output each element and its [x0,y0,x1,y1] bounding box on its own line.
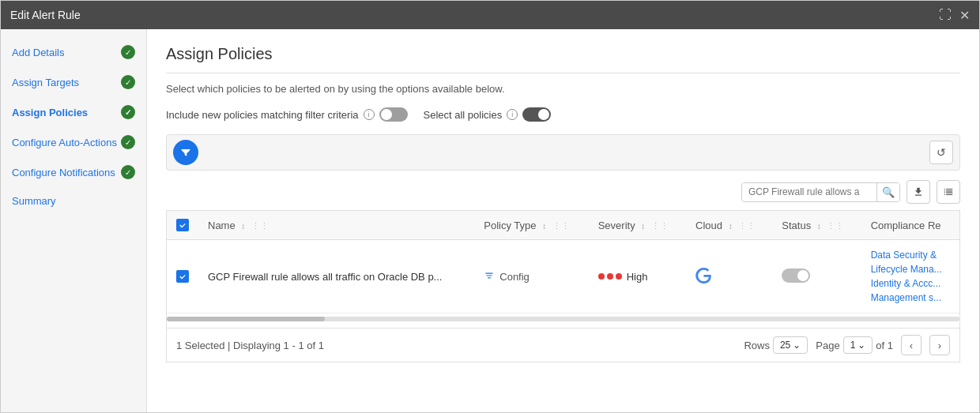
drag-policy-type-icon: ⋮⋮ [552,221,570,231]
columns-button[interactable] [937,180,960,204]
sidebar-item-configure-auto-actions[interactable]: Configure Auto-Actions ✓ [1,127,146,157]
filter-icon [179,146,192,159]
compliance-item-1: Data Security & [871,248,950,262]
description: Select which policies to be alerted on b… [166,83,960,95]
row-name-cell: GCP Firewall rule allows all traffic on … [198,240,474,314]
row-status-cell[interactable] [772,240,861,314]
page-title: Assign Policies [166,45,960,73]
row-policy-type-cell: Config [474,240,588,314]
row-compliance-cell: Data Security & Lifecycle Mana... Identi… [861,240,959,314]
policies-table: Name ↕ ⋮⋮ Policy Type ↕ ⋮⋮ Severity [167,211,959,314]
select-all-info-icon[interactable]: i [507,109,518,120]
col-header-severity: Severity ↕ ⋮⋮ [589,211,686,240]
col-header-policy-type: Policy Type ↕ ⋮⋮ [474,211,588,240]
check-icon: ✓ [121,135,135,149]
status-toggle[interactable] [782,268,810,283]
main-content: Assign Policies Select which policies to… [147,29,979,412]
row-checkbox-cell[interactable] [167,240,198,314]
pagination-controls: Rows 25 ⌄ Page 1 ⌄ of [744,335,950,355]
sidebar-item-label: Configure Auto-Actions [12,137,117,148]
chevron-down-icon: ⌄ [793,340,801,351]
config-icon [484,270,495,283]
include-new-policies-toggle[interactable] [379,107,408,122]
drag-severity-icon: ⋮⋮ [651,221,669,231]
sort-status-icon[interactable]: ↕ [817,222,821,231]
select-all-label: Select all policies [424,109,503,121]
select-all-policies-group: Select all policies i [424,107,552,122]
dot-1 [598,273,605,280]
google-cloud-icon [695,268,711,283]
next-page-button[interactable]: › [929,335,950,355]
sort-severity-icon[interactable]: ↕ [641,222,645,231]
row-checkbox[interactable] [176,270,189,283]
check-icon: ✓ [121,45,135,59]
sort-name-icon[interactable]: ↕ [241,222,245,231]
search-input[interactable] [742,183,876,201]
sidebar-item-configure-notifications[interactable]: Configure Notifications ✓ [1,157,146,187]
check-icon: ✓ [121,105,135,119]
horizontal-scrollbar[interactable] [167,317,959,321]
sidebar-item-add-details[interactable]: Add Details ✓ [1,37,146,67]
dot-3 [616,273,622,280]
prev-page-button[interactable]: ‹ [901,335,922,355]
scrollbar-thumb[interactable] [167,317,325,321]
table-wrap: Name ↕ ⋮⋮ Policy Type ↕ ⋮⋮ Severity [166,210,960,362]
search-icon[interactable]: 🔍 [876,183,899,201]
col-header-cloud: Cloud ↕ ⋮⋮ [686,211,772,240]
filter-button[interactable] [173,140,198,165]
sidebar-item-label: Assign Targets [12,77,79,88]
sort-policy-type-icon[interactable]: ↕ [542,222,546,231]
header-checkbox[interactable] [176,219,189,231]
select-all-checkbox-header[interactable] [167,211,198,240]
table-row: GCP Firewall rule allows all traffic on … [167,240,959,314]
col-header-compliance: Compliance Re [861,211,959,240]
sort-cloud-icon[interactable]: ↕ [729,222,733,231]
modal: Edit Alert Rule ⛶ ✕ Add Details ✓ Assign… [0,0,980,413]
include-new-policies-group: Include new policies matching filter cri… [166,107,408,122]
compliance-item-2: Lifecycle Mana... [871,262,950,276]
page-label: Page [816,340,839,351]
select-all-toggle[interactable] [522,107,551,122]
sidebar-item-assign-targets[interactable]: Assign Targets ✓ [1,67,146,97]
row-severity-cell: High [589,240,686,314]
page-select: Page 1 ⌄ of 1 [816,336,893,354]
check-icon: ✓ [121,75,135,89]
drag-name-icon: ⋮⋮ [251,221,269,231]
sidebar-item-label: Add Details [12,47,64,58]
severity-content: High [598,271,677,283]
sidebar-item-label: Configure Notifications [12,167,115,178]
reset-button[interactable]: ↺ [929,141,953,164]
sidebar-item-label: Assign Policies [12,107,88,118]
drag-cloud-icon: ⋮⋮ [738,221,756,231]
close-icon[interactable]: ✕ [959,8,970,23]
modal-title: Edit Alert Rule [10,9,81,21]
selected-info: 1 Selected | Displaying 1 - 1 of 1 [176,340,324,351]
page-select-box[interactable]: 1 ⌄ [843,336,873,354]
sidebar-item-summary[interactable]: Summary [1,187,146,215]
download-button[interactable] [906,180,930,204]
compliance-item-4[interactable]: Management s... [871,292,941,303]
search-input-wrap: 🔍 [741,182,900,202]
severity-dots [598,273,622,280]
col-header-status: Status ↕ ⋮⋮ [772,211,861,240]
policy-type-label: Config [499,271,530,283]
search-bar: 🔍 [166,180,960,204]
policy-type-content: Config [484,270,579,283]
table-footer: 1 Selected | Displaying 1 - 1 of 1 Rows … [167,328,959,362]
modal-body: Add Details ✓ Assign Targets ✓ Assign Po… [1,29,979,412]
include-new-policies-label: Include new policies matching filter cri… [166,109,359,121]
include-info-icon[interactable]: i [364,109,375,120]
col-header-name: Name ↕ ⋮⋮ [198,211,474,240]
sidebar-item-assign-policies[interactable]: Assign Policies ✓ [1,97,146,127]
columns-icon [943,186,954,197]
row-cloud-cell [686,240,772,314]
drag-status-icon: ⋮⋮ [827,221,844,231]
toolbar-row: ↺ [166,134,960,171]
rows-per-page: Rows 25 ⌄ [744,336,808,354]
rows-select-box[interactable]: 25 ⌄ [773,336,808,354]
expand-icon[interactable]: ⛶ [939,8,952,22]
table-header-row: Name ↕ ⋮⋮ Policy Type ↕ ⋮⋮ Severity [167,211,959,240]
check-icon: ✓ [121,165,135,179]
severity-label: High [627,271,648,283]
policy-name: GCP Firewall rule allows all traffic on … [208,271,442,283]
